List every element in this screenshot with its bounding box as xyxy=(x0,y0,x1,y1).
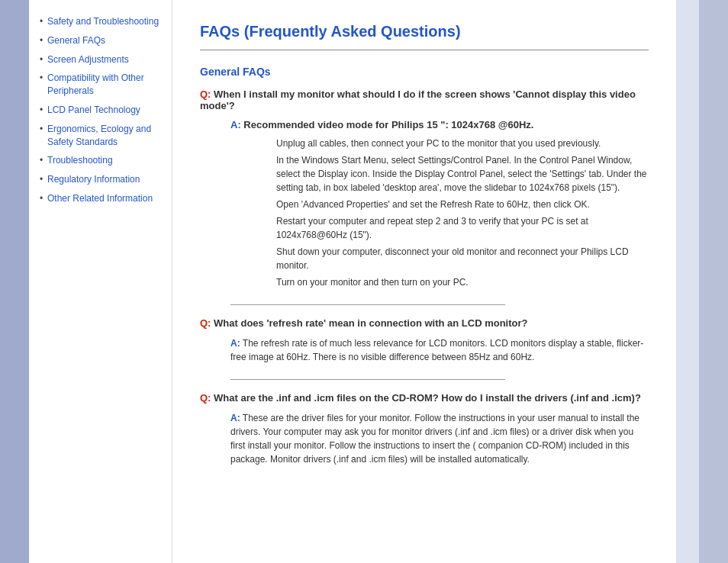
a1-line-0: Unplug all cables, then connect your PC … xyxy=(276,137,649,150)
qa-item-2: Q: What does 'refresh rate' mean in conn… xyxy=(200,317,649,364)
section-title: General FAQs xyxy=(200,66,649,78)
a1-text: Unplug all cables, then connect your PC … xyxy=(230,137,649,289)
title-divider xyxy=(200,50,649,50)
a1-line-5: Turn on your monitor and then turn on yo… xyxy=(276,275,649,289)
left-accent xyxy=(0,0,29,563)
right-accent xyxy=(699,0,728,563)
answer-intro-1: A: Recommended video mode for Philips 15… xyxy=(230,119,649,130)
a2-line-0: The refresh rate is of much less relevan… xyxy=(230,338,643,362)
sidebar-item-safety-troubleshooting[interactable]: Safety and Troubleshooting xyxy=(40,15,164,28)
a1-line-2: Open 'Advanced Properties' and set the R… xyxy=(276,198,649,211)
q1-text: When I install my monitor what should I … xyxy=(200,88,636,111)
a2-text: A: The refresh rate is of much less rele… xyxy=(230,336,649,364)
a3-line-0: These are the driver files for your moni… xyxy=(230,413,639,465)
qa-item-1: Q: When I install my monitor what should… xyxy=(200,88,649,289)
q1-label: Q: xyxy=(200,88,211,100)
qa-item-3: Q: What are the .inf and .icm files on t… xyxy=(200,392,649,466)
sidebar-item-compatibility[interactable]: Compatibility with Other Peripherals xyxy=(40,72,164,98)
a2-label: A: xyxy=(230,338,240,349)
right-panel xyxy=(676,0,699,563)
a1-line-4: Shut down your computer, disconnect your… xyxy=(276,245,649,272)
question-3: Q: What are the .inf and .icm files on t… xyxy=(200,392,649,404)
sidebar-item-troubleshooting[interactable]: Troubleshooting xyxy=(40,154,164,167)
a1-intro-text: Recommended video mode for Philips 15 ":… xyxy=(243,119,533,130)
q3-label: Q: xyxy=(200,392,211,404)
sidebar-item-lcd-panel[interactable]: LCD Panel Technology xyxy=(40,104,164,117)
sidebar-item-other-info[interactable]: Other Related Information xyxy=(40,192,164,205)
sidebar: Safety and Troubleshooting General FAQs … xyxy=(29,0,172,563)
sidebar-nav: Safety and Troubleshooting General FAQs … xyxy=(40,15,164,205)
a1-line-1: In the Windows Start Menu, select Settin… xyxy=(276,153,649,195)
a1-label: A: xyxy=(230,119,241,130)
page-title: FAQs (Frequently Asked Questions) xyxy=(200,23,649,40)
sidebar-item-screen-adjustments[interactable]: Screen Adjustments xyxy=(40,53,164,66)
sidebar-item-general-faqs[interactable]: General FAQs xyxy=(40,34,164,47)
main-content: FAQs (Frequently Asked Questions) Genera… xyxy=(172,0,676,563)
a3-label: A: xyxy=(230,413,240,423)
a3-text: A: These are the driver files for your m… xyxy=(230,411,649,466)
qa-divider-2 xyxy=(230,379,505,380)
sidebar-item-ergonomics[interactable]: Ergonomics, Ecology and Safety Standards xyxy=(40,123,164,149)
question-1: Q: When I install my monitor what should… xyxy=(200,88,649,111)
answer-block-3: A: These are the driver files for your m… xyxy=(200,411,649,466)
a1-line-3: Restart your computer and repeat step 2 … xyxy=(276,214,649,242)
q3-text: What are the .inf and .icm files on the … xyxy=(214,392,641,404)
q2-text: What does 'refresh rate' mean in connect… xyxy=(214,317,527,329)
q2-label: Q: xyxy=(200,317,211,329)
qa-divider-1 xyxy=(230,304,505,305)
sidebar-item-regulatory[interactable]: Regulatory Information xyxy=(40,173,164,186)
question-2: Q: What does 'refresh rate' mean in conn… xyxy=(200,317,649,329)
answer-block-1: A: Recommended video mode for Philips 15… xyxy=(200,119,649,289)
answer-block-2: A: The refresh rate is of much less rele… xyxy=(200,336,649,364)
